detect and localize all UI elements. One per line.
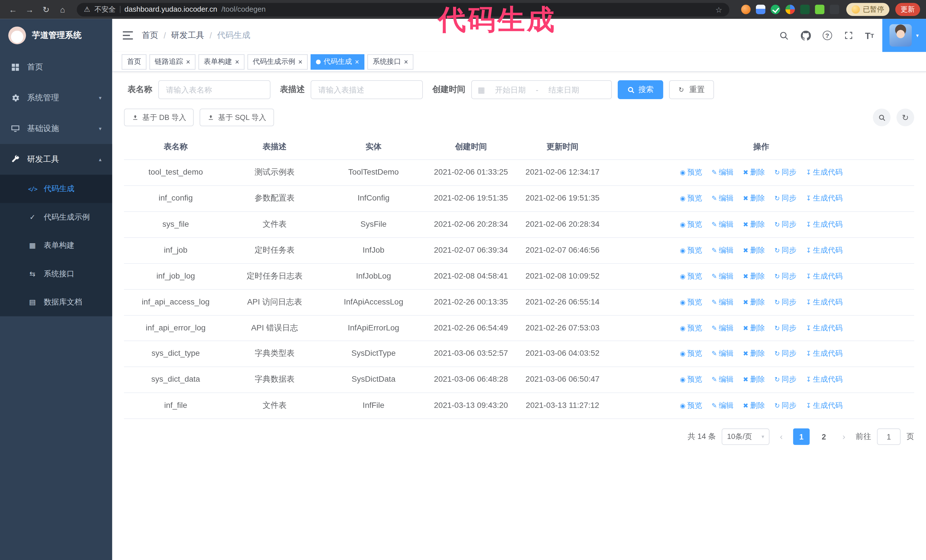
font-size-icon[interactable]: TT	[865, 30, 874, 41]
reload-icon[interactable]: ↻	[39, 5, 53, 14]
close-icon[interactable]: ×	[404, 57, 408, 66]
tab-codegen[interactable]: 代码生成 ×	[310, 54, 365, 69]
sync-link[interactable]: ↻同步	[775, 324, 796, 332]
search-toggle-button[interactable]	[873, 109, 890, 126]
extension-icon[interactable]	[756, 5, 765, 14]
page-size-select[interactable]: 10条/页 ▾	[722, 429, 770, 445]
user-avatar-menu[interactable]: ▾	[882, 19, 926, 52]
search-button[interactable]: 搜索	[618, 80, 663, 99]
edit-link[interactable]: ✎编辑	[711, 246, 733, 254]
sync-link[interactable]: ↻同步	[775, 168, 796, 176]
import-db-button[interactable]: 基于 DB 导入	[124, 109, 194, 126]
sidebar-item-devtools[interactable]: 研发工具 ▴	[0, 144, 112, 175]
tab-home[interactable]: 首页	[122, 54, 147, 69]
edit-link[interactable]: ✎编辑	[711, 324, 733, 332]
security-label[interactable]: 不安全	[94, 5, 116, 15]
preview-link[interactable]: ◉预览	[680, 298, 702, 306]
hamburger-icon[interactable]	[112, 19, 142, 52]
sync-link[interactable]: ↻同步	[775, 246, 796, 254]
delete-link[interactable]: ✖删除	[743, 168, 765, 176]
generate-code-link[interactable]: ↧生成代码	[806, 324, 843, 332]
sync-link[interactable]: ↻同步	[775, 376, 796, 384]
home-icon[interactable]: ⌂	[56, 5, 70, 14]
generate-code-link[interactable]: ↧生成代码	[806, 298, 843, 306]
sidebar-subitem-codegen[interactable]: </> 代码生成	[0, 175, 112, 203]
tab-system-api[interactable]: 系统接口 ×	[367, 54, 413, 69]
delete-link[interactable]: ✖删除	[743, 246, 765, 254]
tab-tracing[interactable]: 链路追踪 ×	[149, 54, 195, 69]
preview-link[interactable]: ◉预览	[680, 324, 702, 332]
table-desc-input[interactable]	[310, 80, 423, 99]
profile-paused-badge[interactable]: 已暂停	[846, 3, 889, 16]
delete-link[interactable]: ✖删除	[743, 402, 765, 410]
next-page-button[interactable]: ›	[838, 432, 850, 442]
preview-link[interactable]: ◉预览	[680, 402, 702, 410]
generate-code-link[interactable]: ↧生成代码	[806, 402, 843, 410]
tab-codegen-example[interactable]: 代码生成示例 ×	[248, 54, 308, 69]
delete-link[interactable]: ✖删除	[743, 272, 765, 280]
sidebar-subitem-db-doc[interactable]: ▤ 数据库文档	[0, 288, 112, 316]
page-button-1[interactable]: 1	[793, 429, 810, 445]
close-icon[interactable]: ×	[235, 57, 239, 66]
edit-link[interactable]: ✎编辑	[711, 298, 733, 306]
close-icon[interactable]: ×	[186, 57, 190, 66]
delete-link[interactable]: ✖删除	[743, 350, 765, 358]
extension-icon[interactable]	[815, 5, 824, 14]
edit-link[interactable]: ✎编辑	[711, 272, 733, 280]
edit-link[interactable]: ✎编辑	[711, 350, 733, 358]
breadcrumb-item[interactable]: 首页	[142, 30, 158, 41]
generate-code-link[interactable]: ↧生成代码	[806, 376, 843, 384]
end-date-input[interactable]	[542, 85, 586, 94]
sidebar-item-infra[interactable]: 基础设施 ▾	[0, 113, 112, 144]
preview-link[interactable]: ◉预览	[680, 272, 702, 280]
generate-code-link[interactable]: ↧生成代码	[806, 350, 843, 358]
extension-icon[interactable]	[771, 5, 780, 14]
sidebar-subitem-form-builder[interactable]: ▦ 表单构建	[0, 231, 112, 260]
forward-icon[interactable]: →	[23, 5, 37, 14]
delete-link[interactable]: ✖删除	[743, 194, 765, 202]
preview-link[interactable]: ◉预览	[680, 376, 702, 384]
reset-button[interactable]: ↻ 重置	[669, 80, 714, 99]
sync-link[interactable]: ↻同步	[775, 220, 796, 228]
github-icon[interactable]	[800, 30, 811, 41]
edit-link[interactable]: ✎编辑	[711, 402, 733, 410]
sidebar-item-home[interactable]: 首页	[0, 52, 112, 83]
edit-link[interactable]: ✎编辑	[711, 194, 733, 202]
extension-icon[interactable]	[830, 5, 839, 14]
delete-link[interactable]: ✖删除	[743, 220, 765, 228]
refresh-button[interactable]: ↻	[896, 109, 914, 126]
sync-link[interactable]: ↻同步	[775, 402, 796, 410]
page-button-2[interactable]: 2	[816, 429, 832, 445]
preview-link[interactable]: ◉预览	[680, 220, 702, 228]
sidebar-subitem-codegen-example[interactable]: ✓ 代码生成示例	[0, 203, 112, 231]
sync-link[interactable]: ↻同步	[775, 350, 796, 358]
address-bar[interactable]: ⚠ 不安全 dashboard.yudao.iocoder.cn/tool/co…	[77, 3, 729, 16]
preview-link[interactable]: ◉预览	[680, 350, 702, 358]
delete-link[interactable]: ✖删除	[743, 324, 765, 332]
delete-link[interactable]: ✖删除	[743, 298, 765, 306]
preview-link[interactable]: ◉预览	[680, 168, 702, 176]
edit-link[interactable]: ✎编辑	[711, 220, 733, 228]
browser-update-button[interactable]: 更新	[895, 3, 920, 16]
edit-link[interactable]: ✎编辑	[711, 376, 733, 384]
extension-icon[interactable]	[741, 5, 750, 14]
close-icon[interactable]: ×	[298, 57, 303, 66]
prev-page-button[interactable]: ‹	[775, 432, 787, 442]
preview-link[interactable]: ◉预览	[680, 194, 702, 202]
tab-form-builder[interactable]: 表单构建 ×	[198, 54, 244, 69]
fullscreen-icon[interactable]	[844, 31, 853, 40]
delete-link[interactable]: ✖删除	[743, 376, 765, 384]
sync-link[interactable]: ↻同步	[775, 298, 796, 306]
edit-link[interactable]: ✎编辑	[711, 168, 733, 176]
breadcrumb-item[interactable]: 研发工具	[171, 30, 204, 41]
back-icon[interactable]: ←	[6, 5, 20, 14]
generate-code-link[interactable]: ↧生成代码	[806, 168, 843, 176]
generate-code-link[interactable]: ↧生成代码	[806, 246, 843, 254]
preview-link[interactable]: ◉预览	[680, 246, 702, 254]
close-icon[interactable]: ×	[355, 57, 359, 66]
generate-code-link[interactable]: ↧生成代码	[806, 272, 843, 280]
search-icon[interactable]	[779, 30, 789, 41]
import-sql-button[interactable]: 基于 SQL 导入	[200, 109, 274, 126]
sidebar-subitem-system-api[interactable]: ⇆ 系统接口	[0, 260, 112, 288]
goto-page-input[interactable]	[877, 429, 901, 445]
